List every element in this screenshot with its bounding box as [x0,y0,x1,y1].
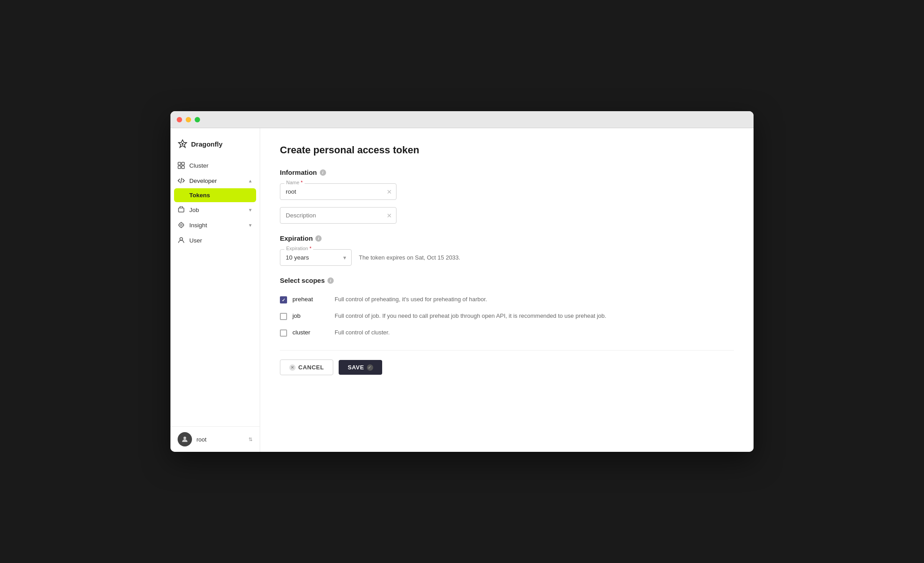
titlebar [170,111,754,128]
name-input[interactable] [280,183,397,200]
scope-desc-cluster: Full control of cluster. [335,329,390,336]
code-icon [178,177,185,184]
sidebar-item-insight[interactable]: Insight ▼ [170,217,260,233]
scope-desc-preheat: Full control of preheating, it's used fo… [335,296,487,303]
app-window: Dragonfly Cluster [170,111,754,452]
sidebar-item-job-label: Job [189,207,199,213]
sidebar-item-tokens[interactable]: Tokens [174,188,256,202]
user-icon [178,237,185,244]
avatar [178,432,192,446]
sidebar-item-insight-label: Insight [189,222,207,229]
expiration-info-icon: i [315,235,322,242]
svg-rect-3 [178,166,181,169]
scope-desc-job: Full control of job. If you need to call… [335,312,606,319]
name-clear-icon[interactable]: ✕ [387,188,392,195]
description-clear-icon[interactable]: ✕ [387,212,392,219]
job-icon [178,206,185,213]
insight-icon [178,221,185,229]
scope-name-preheat: preheat [292,296,328,303]
cancel-icon: ✕ [289,364,296,371]
logo-text: Dragonfly [191,140,222,148]
page-title: Create personal access token [280,144,734,156]
scope-name-cluster: cluster [292,329,328,336]
window-body: Dragonfly Cluster [170,128,754,452]
job-chevron-icon: ▼ [248,208,253,212]
scope-checkbox-preheat[interactable] [280,296,287,303]
description-input[interactable] [280,207,397,224]
scope-list: preheat Full control of preheating, it's… [280,291,734,341]
scope-item-preheat: preheat Full control of preheating, it's… [280,291,734,308]
expiration-select-wrapper: Expiration * 10 years 1 year 2 years 5 y… [280,249,352,266]
sidebar-item-user[interactable]: User [170,233,260,248]
logo: Dragonfly [170,135,260,158]
expiration-section-title: Expiration i [280,234,734,242]
svg-point-14 [183,437,186,439]
avatar-chevron-icon: ⇅ [248,437,253,442]
scopes-section-title: Select scopes i [280,277,734,284]
sidebar-item-developer[interactable]: Developer ▲ [170,173,260,188]
cancel-button[interactable]: ✕ CANCEL [280,359,333,375]
information-info-icon: i [320,169,326,176]
description-field-wrapper: ✕ [280,207,397,224]
information-section-title: Information i [280,169,734,176]
scope-checkbox-cluster[interactable] [280,329,287,337]
name-field-wrapper: Name * ✕ [280,183,397,200]
scope-item-job: job Full control of job. If you need to … [280,308,734,325]
main-content: Create personal access token Information… [260,128,754,452]
sidebar-item-developer-label: Developer [189,178,217,184]
name-label: Name * [284,180,305,185]
divider [280,350,734,351]
scope-checkbox-job[interactable] [280,313,287,320]
svg-rect-2 [182,162,184,165]
svg-rect-1 [178,162,181,165]
sidebar: Dragonfly Cluster [170,128,260,452]
sidebar-item-user-label: User [189,237,202,244]
expiration-select[interactable]: 10 years 1 year 2 years 5 years No expir… [280,249,352,266]
expiration-select-label: Expiration * [284,246,313,251]
svg-point-0 [182,143,183,145]
description-field-group: ✕ [280,207,734,224]
developer-chevron-icon: ▲ [248,178,253,183]
svg-rect-4 [182,166,184,169]
svg-point-8 [180,224,182,226]
scope-name-job: job [292,312,328,319]
save-check-icon: ✓ [367,364,373,371]
expiry-text: The token expires on Sat, Oct 15 2033. [359,254,460,261]
scopes-info-icon: i [327,277,334,284]
sidebar-item-cluster-label: Cluster [189,162,209,169]
sidebar-item-tokens-label: Tokens [189,192,210,199]
grid-icon [178,162,185,169]
close-button[interactable] [177,117,182,122]
insight-chevron-icon: ▼ [248,223,253,228]
scope-info-job: job Full control of job. If you need to … [292,312,606,319]
svg-rect-6 [179,208,184,212]
expiration-row: Expiration * 10 years 1 year 2 years 5 y… [280,249,734,266]
save-button[interactable]: SAVE ✓ [339,360,382,375]
sidebar-item-job[interactable]: Job ▼ [170,202,260,217]
svg-point-7 [179,223,183,227]
sidebar-item-cluster[interactable]: Cluster [170,158,260,173]
name-field-group: Name * ✕ [280,183,734,200]
sidebar-footer[interactable]: root ⇅ [170,426,260,452]
scope-info-preheat: preheat Full control of preheating, it's… [292,296,487,303]
buttons-row: ✕ CANCEL SAVE ✓ [280,359,734,375]
scope-info-cluster: cluster Full control of cluster. [292,329,390,336]
maximize-button[interactable] [195,117,200,122]
sidebar-nav: Cluster Developer ▲ Tokens [170,158,260,426]
scope-item-cluster: cluster Full control of cluster. [280,325,734,341]
minimize-button[interactable] [186,117,191,122]
svg-line-5 [181,178,182,183]
dragonfly-logo-icon [178,139,187,149]
avatar-username: root [196,436,206,443]
svg-point-13 [180,238,183,240]
